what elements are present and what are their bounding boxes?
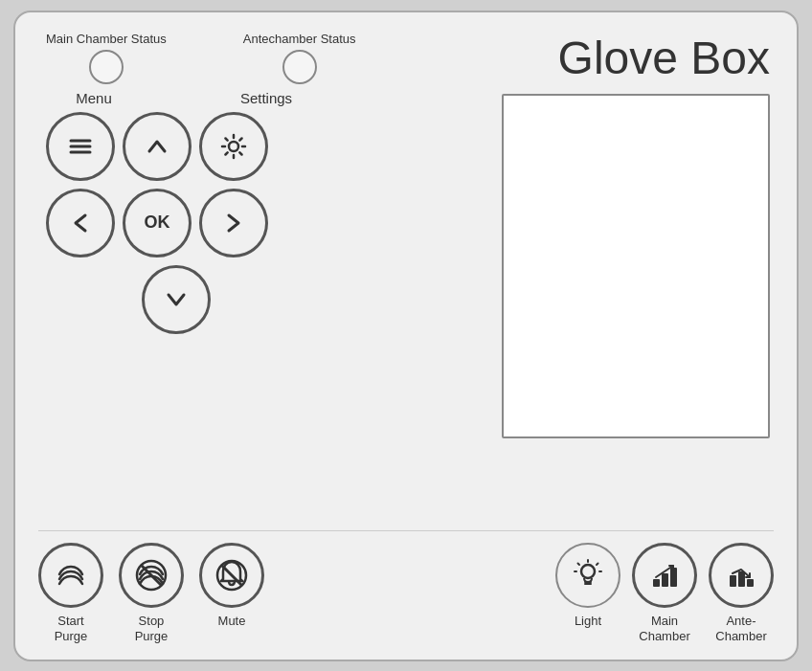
ante-chamber-status: Antechamber Status [243,32,356,84]
ante-chamber-status-label: Antechamber Status [243,32,356,46]
left-button[interactable] [46,189,115,257]
top-section: Main Chamber Status Antechamber Status M… [38,32,774,524]
right-button[interactable] [199,189,268,257]
svg-rect-21 [747,579,754,587]
nav-grid: OK [38,112,440,334]
light-label: Light [575,614,601,629]
up-button[interactable] [123,112,192,181]
nav-row-2: OK [46,189,268,257]
settings-label: Settings [218,90,314,106]
stop-purge-group: StopPurge [119,543,184,643]
svg-rect-18 [670,568,677,587]
left-panel: Main Chamber Status Antechamber Status M… [38,32,440,524]
mute-group: Mute [199,543,264,643]
svg-line-13 [597,564,598,566]
mute-label: Mute [218,614,246,629]
menu-settings-labels: Menu Settings [38,90,440,106]
ante-chamber-indicator [282,50,317,84]
main-chamber-label: MainChamber [639,614,689,643]
main-chamber-indicator [89,50,124,84]
main-panel: Main Chamber Status Antechamber Status M… [13,11,799,661]
start-purge-button[interactable] [38,543,103,608]
start-purge-group: StartPurge [38,543,103,643]
status-row: Main Chamber Status Antechamber Status [38,32,440,84]
app-title: Glove Box [558,32,770,84]
start-purge-label: StartPurge [55,614,88,643]
ante-chamber-button[interactable] [709,543,774,608]
ok-label: OK [145,212,170,233]
svg-point-8 [581,565,595,578]
menu-button[interactable] [46,112,115,181]
main-chamber-status: Main Chamber Status [46,32,167,84]
svg-rect-19 [730,575,736,587]
mute-button[interactable] [199,543,264,608]
menu-label: Menu [46,90,142,106]
right-panel: Glove Box [440,32,774,524]
stop-purge-button[interactable] [119,543,184,608]
light-group: Light [555,543,620,643]
bottom-section: StartPurge StopPurge [38,530,774,643]
svg-rect-17 [662,573,668,587]
nav-row-1 [46,112,268,181]
svg-rect-16 [653,579,660,587]
settings-button[interactable] [199,112,268,181]
ante-chamber-group: Ante-Chamber [709,543,774,643]
main-chamber-button[interactable] [632,543,697,608]
bottom-right-controls: Light MainChamber [555,543,774,643]
light-button[interactable] [555,543,620,608]
svg-point-3 [229,142,238,151]
svg-line-12 [578,564,580,566]
ante-chamber-label: Ante-Chamber [715,614,766,643]
down-button[interactable] [142,265,211,334]
nav-row-3 [46,265,211,334]
display-screen [502,94,770,438]
main-chamber-status-label: Main Chamber Status [46,32,167,46]
svg-rect-20 [738,571,745,587]
stop-purge-label: StopPurge [135,614,169,643]
main-chamber-group: MainChamber [632,543,697,643]
bottom-left-controls: StartPurge StopPurge [38,543,264,643]
ok-button[interactable]: OK [123,189,192,257]
